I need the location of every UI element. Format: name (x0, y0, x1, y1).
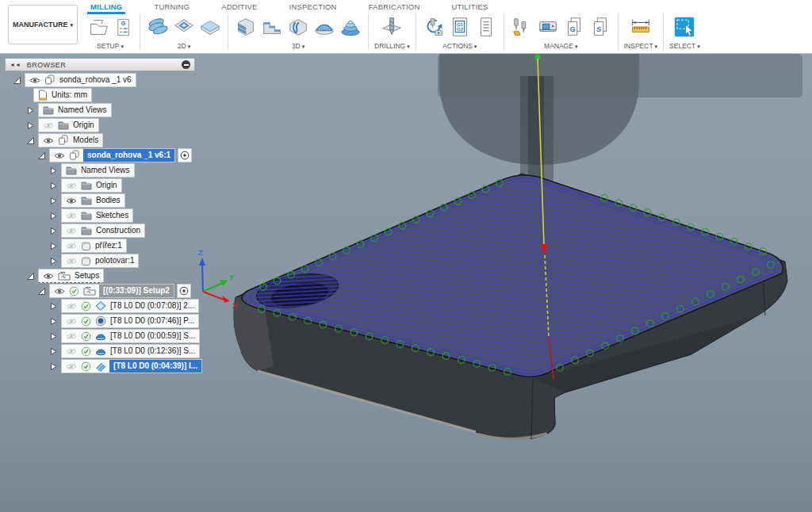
tree-row-model-instance[interactable]: sonda_rohova _1 v6:1 (37, 149, 243, 162)
tree-row-operation-5[interactable]: [T8 L0 D0 (0:04:39)] I... (49, 360, 243, 373)
group-3d-label[interactable]: 3D (292, 42, 301, 50)
eye-hidden-icon[interactable] (66, 348, 77, 355)
expander-closed-icon[interactable] (26, 121, 35, 130)
measure-icon[interactable] (629, 15, 653, 39)
tool-library-icon[interactable] (510, 15, 534, 39)
tree-row-bodies[interactable]: Bodies (49, 194, 243, 207)
group-2d: 2D▾ (140, 13, 228, 50)
simulate-icon[interactable] (422, 15, 446, 39)
post-library-icon[interactable]: G (562, 15, 586, 39)
eye-hidden-icon[interactable] (66, 212, 77, 220)
eye-visible-icon[interactable] (54, 288, 65, 295)
pocket-clearing-icon[interactable] (260, 15, 284, 39)
expander-closed-icon[interactable] (49, 181, 58, 190)
nc-program-icon[interactable]: G (113, 17, 134, 38)
face-operation-icon (95, 300, 106, 311)
tree-row-operation-2[interactable]: [T8 L0 D0 (0:07:46)] P... (49, 315, 243, 327)
3d-viewport[interactable]: Z Y X ◄◄ BROWSER sonda_rohova _1 v6 U (0, 54, 812, 512)
eye-visible-icon[interactable] (43, 273, 54, 280)
expander-closed-icon[interactable] (49, 332, 58, 341)
eye-hidden-icon[interactable] (66, 318, 77, 325)
group-inspect-label[interactable]: INSPECT (624, 42, 653, 50)
tree-row-setups[interactable]: Setups (26, 269, 243, 282)
expander-open-icon[interactable] (26, 272, 35, 281)
expander-closed-icon[interactable] (49, 317, 58, 326)
eye-visible-icon[interactable] (29, 77, 40, 84)
tree-label: Bodies (96, 195, 121, 206)
expander-closed-icon[interactable] (49, 362, 58, 371)
2d-pocket-icon[interactable] (172, 15, 196, 39)
tree-row-polotovar-body[interactable]: polotovar:1 (49, 254, 243, 267)
post-process-icon[interactable]: G1G2 (448, 15, 472, 39)
expander-closed-icon[interactable] (49, 166, 58, 175)
expander-closed-icon[interactable] (49, 347, 58, 356)
expander-open-icon[interactable] (37, 287, 46, 296)
2d-adaptive-icon[interactable] (146, 15, 170, 39)
new-setup-icon[interactable] (86, 15, 110, 39)
tree-row-prirez-body[interactable]: přířez:1 (49, 239, 243, 252)
tree-row-sketches[interactable]: Sketches (49, 209, 243, 222)
tree-row-named-views[interactable]: Named Views (49, 164, 243, 177)
tree-row-setup2[interactable]: [(0:33:09)] Setup2 (37, 285, 243, 297)
expander-open-icon[interactable] (26, 136, 35, 145)
activate-setup-radio[interactable] (177, 284, 191, 298)
expander-closed-icon[interactable] (49, 212, 58, 220)
collapse-panel-icon[interactable]: ◄◄ (10, 62, 21, 67)
tree-row-named-views[interactable]: Named Views (26, 104, 243, 117)
eye-visible-icon[interactable] (43, 137, 54, 144)
activate-component-radio[interactable] (178, 148, 192, 162)
tree-row-origin[interactable]: Origin (26, 119, 243, 132)
expander-closed-icon[interactable] (49, 257, 58, 266)
2d-chamfer-icon[interactable] (198, 15, 222, 39)
close-panel-icon[interactable] (182, 60, 190, 69)
tab-utilities[interactable]: UTILITIES (448, 0, 491, 12)
spiral-icon[interactable] (312, 15, 336, 39)
eye-hidden-icon[interactable] (66, 303, 77, 310)
eye-hidden-icon[interactable] (43, 122, 54, 129)
eye-hidden-icon[interactable] (66, 227, 77, 235)
ramp-icon[interactable] (339, 15, 362, 39)
tree-row-operation-1[interactable]: [T8 L0 D0 (0:07:08)] 2... (49, 300, 243, 312)
group-setup: G SETUP▾ (81, 13, 140, 50)
group-setup-label[interactable]: SETUP (97, 42, 119, 50)
tree-row-root-document[interactable]: sonda_rohova _1 v6 (13, 74, 243, 86)
expander-closed-icon[interactable] (49, 242, 58, 250)
adaptive-clearing-icon[interactable] (234, 15, 258, 39)
select-icon[interactable] (672, 15, 696, 39)
tab-inspection[interactable]: INSPECTION (286, 0, 340, 12)
machine-library-icon[interactable] (536, 15, 560, 39)
drill-icon[interactable] (380, 15, 404, 39)
contour-icon[interactable] (286, 15, 310, 39)
tree-row-units[interactable]: Units: mm (33, 89, 243, 101)
expander-closed-icon[interactable] (49, 302, 58, 311)
setup-sheet-icon[interactable] (474, 15, 498, 39)
eye-hidden-icon[interactable] (66, 333, 77, 340)
tab-fabrication[interactable]: FABRICATION (366, 0, 423, 12)
expander-open-icon[interactable] (37, 151, 46, 160)
tree-row-operation-3[interactable]: [T8 L0 D0 (0:00:59)] S... (49, 330, 243, 342)
group-actions-label[interactable]: ACTIONS (442, 42, 473, 50)
eye-hidden-icon[interactable] (66, 243, 77, 250)
tree-row-models[interactable]: Models (26, 134, 243, 147)
tree-row-operation-4[interactable]: [T8 L0 D0 (0:12:36)] S... (49, 345, 243, 357)
eye-visible-icon[interactable] (54, 152, 65, 159)
workspace-switcher-button[interactable]: MANUFACTURE ▾ (8, 5, 78, 44)
expander-closed-icon[interactable] (49, 227, 58, 235)
group-2d-label[interactable]: 2D (178, 42, 186, 50)
tab-additive[interactable]: ADDITIVE (218, 0, 260, 12)
expander-closed-icon[interactable] (49, 197, 58, 205)
group-select-label[interactable]: SELECT (669, 42, 695, 50)
tree-row-origin[interactable]: Origin (49, 179, 243, 192)
group-drilling-label[interactable]: DRILLING (374, 42, 405, 50)
eye-hidden-icon[interactable] (66, 182, 77, 189)
expander-closed-icon[interactable] (26, 106, 35, 115)
tree-label: Origin (96, 180, 117, 191)
template-library-icon[interactable]: S (588, 15, 612, 39)
eye-visible-icon[interactable] (66, 197, 77, 204)
tab-turning[interactable]: TURNING (151, 0, 193, 12)
eye-hidden-icon[interactable] (66, 363, 77, 370)
group-manage-label[interactable]: MANAGE (544, 42, 573, 50)
tree-row-construction[interactable]: Construction (49, 224, 243, 237)
eye-hidden-icon[interactable] (66, 258, 77, 265)
expander-open-icon[interactable] (13, 76, 21, 85)
